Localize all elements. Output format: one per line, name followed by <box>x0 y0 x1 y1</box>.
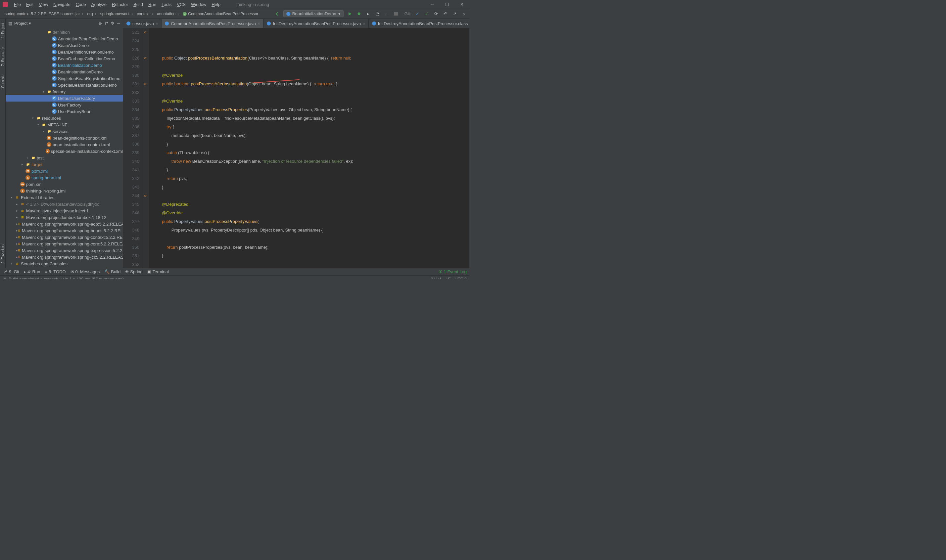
menu-navigate[interactable]: Navigate <box>51 2 73 7</box>
event-log-button[interactable]: ① 1 Event Log <box>439 269 467 274</box>
git-tool-button[interactable]: ⎇ 9: Git <box>3 269 19 274</box>
menu-build[interactable]: Build <box>131 2 146 7</box>
override-icon[interactable]: o↑ <box>144 28 148 37</box>
search-icon[interactable]: ⌕ <box>461 11 467 17</box>
menu-edit[interactable]: Edit <box>23 2 36 7</box>
project-tool-tab[interactable]: 1: Project <box>0 22 5 39</box>
gutter-marks[interactable]: o↑o↑o↑o↑ <box>143 28 149 268</box>
spring-tool-button[interactable]: ❀ Spring <box>125 269 143 274</box>
menu-refactor[interactable]: Refactor <box>109 2 131 7</box>
override-icon[interactable]: o↑ <box>144 54 148 63</box>
tree-node[interactable]: ▾📁resources <box>6 115 123 122</box>
maximize-button[interactable]: ☐ <box>439 0 455 9</box>
gear-icon[interactable]: ✲ <box>111 21 114 26</box>
favorites-tool-tab[interactable]: 2: Favorites <box>0 243 5 265</box>
editor-tab[interactable]: cessor.java× <box>123 19 162 28</box>
close-button[interactable]: ✕ <box>455 0 469 9</box>
tree-node[interactable]: mpom.xml <box>6 168 123 174</box>
project-tree[interactable]: 📁definitionCAnnotationBeanDefinitionDemo… <box>6 28 123 268</box>
tree-node[interactable]: CDefaultUserFactory <box>6 95 123 102</box>
tree-node[interactable]: ▾⊞External Libraries <box>6 194 123 201</box>
attach-button[interactable]: … <box>384 11 390 17</box>
chevron-down-icon[interactable]: ▾ <box>29 21 31 26</box>
todo-tool-button[interactable]: ≡ 6: TODO <box>45 269 66 274</box>
tree-node[interactable]: ▸📁test <box>6 154 123 161</box>
editor-tab[interactable]: InitDestroyAnnotationBeanPostProcessor.c… <box>369 19 469 28</box>
menu-analyze[interactable]: Analyze <box>89 2 109 7</box>
tree-node[interactable]: mpom.xml <box>6 181 123 188</box>
tree-node[interactable]: ▸⊞Maven: org.springframework:spring-aop:… <box>6 221 123 227</box>
editor-tab[interactable]: CommonAnnotationBeanPostProcessor.java× <box>162 19 263 28</box>
tree-node[interactable]: CAnnotationBeanDefinitionDemo <box>6 35 123 42</box>
commit-tool-tab[interactable]: Commit <box>0 74 5 89</box>
tree-node[interactable]: ▾📁factory <box>6 88 123 95</box>
tree-node[interactable]: ▸⊞Scratches and Consoles <box>6 260 123 267</box>
breadcrumb-item[interactable]: spring-context-5.2.2.RELEASE-sources.jar <box>3 12 85 16</box>
tree-node[interactable]: ▸⊞Maven: org.projectlombok:lombok:1.18.1… <box>6 214 123 221</box>
menu-vcs[interactable]: VCS <box>174 2 188 7</box>
project-panel-title[interactable]: Project <box>14 21 28 26</box>
code-editor[interactable]: 3213243253263293303313323333343353363373… <box>123 28 469 268</box>
tree-node[interactable]: xbean-deginitions-context.xml <box>6 135 123 141</box>
tree-node[interactable]: xbean-instantiation-context.xml <box>6 141 123 148</box>
tree-node[interactable]: xspecial-bean-instantiation-context.xml <box>6 148 123 154</box>
override-icon[interactable]: o↑ <box>144 80 148 88</box>
tree-node[interactable]: CBeanGarbageCollectionDemo <box>6 55 123 62</box>
menu-view[interactable]: View <box>36 2 51 7</box>
git-history-icon[interactable]: ⟳ <box>433 11 439 17</box>
tree-node[interactable]: ▸⊞Maven: org.springframework:spring-core… <box>6 240 123 247</box>
tree-node[interactable]: ▸⊞Maven: org.springframework:spring-bean… <box>6 227 123 234</box>
tree-node[interactable]: CUserFactory <box>6 102 123 108</box>
cursor-position[interactable]: 341:1 <box>431 277 442 279</box>
tree-node[interactable]: ▸⊞Maven: javax.inject:javax.inject:1 <box>6 208 123 214</box>
menu-help[interactable]: Help <box>209 2 223 7</box>
messages-tool-button[interactable]: ✉ 0: Messages <box>71 269 100 274</box>
run-tool-button[interactable]: ▸ 4: Run <box>24 269 40 274</box>
tree-node[interactable]: 📁definition <box>6 29 123 35</box>
tree-node[interactable]: CSingletonBeanRegistrationDemo <box>6 75 123 82</box>
tree-node[interactable]: ▸⊞Maven: org.springframework:spring-jcl:… <box>6 254 123 260</box>
coverage-button[interactable]: ▸ <box>365 11 371 17</box>
git-push-icon[interactable]: ↗ <box>451 11 458 17</box>
close-tab-icon[interactable]: × <box>258 22 260 25</box>
structure-tool-tab[interactable]: 7: Structure <box>0 46 5 68</box>
tree-node[interactable]: xthinking-in-spring.iml <box>6 188 123 194</box>
menu-code[interactable]: Code <box>73 2 89 7</box>
editor-tab[interactable]: InitDestroyAnnotationBeanPostProcessor.j… <box>263 19 368 28</box>
override-icon[interactable]: o↑ <box>144 192 148 200</box>
tree-node[interactable]: ▸⊞Maven: org.springframework:spring-cont… <box>6 234 123 240</box>
breadcrumb-item[interactable]: org <box>85 12 98 16</box>
hide-icon[interactable]: ─ <box>117 21 120 26</box>
stop-button[interactable] <box>393 11 399 17</box>
tree-node[interactable]: CBeanDefinitionCreationDemo <box>6 49 123 55</box>
tree-node[interactable]: CBeanInitializationDemo <box>6 62 123 68</box>
menu-tools[interactable]: Tools <box>159 2 174 7</box>
breadcrumb-item[interactable]: context <box>135 12 155 16</box>
tree-node[interactable]: CBeanAliasDemo <box>6 42 123 49</box>
tree-node[interactable]: CUserFactoryBean <box>6 108 123 115</box>
menu-file[interactable]: File <box>11 2 23 7</box>
tree-node[interactable]: ▸📁target <box>6 161 123 168</box>
run-button[interactable] <box>347 11 353 17</box>
line-gutter[interactable]: 3213243253263293303313323333343353363373… <box>123 28 143 268</box>
profile-button[interactable]: ◔ <box>375 11 381 17</box>
minimize-button[interactable]: ─ <box>425 0 439 9</box>
tree-node[interactable]: ▾📁META-INF <box>6 122 123 128</box>
terminal-tool-button[interactable]: ▣ Terminal <box>147 269 169 274</box>
tree-node[interactable]: CBeanInstantiationDemo <box>6 68 123 75</box>
breadcrumb-item[interactable]: annotation <box>155 12 181 16</box>
expand-icon[interactable]: ⇄ <box>105 21 108 26</box>
close-tab-icon[interactable]: × <box>363 22 365 25</box>
file-encoding[interactable]: UTF-8 <box>455 277 467 279</box>
menu-window[interactable]: Window <box>188 2 209 7</box>
line-separator[interactable]: LF <box>445 277 450 279</box>
git-commit-icon[interactable]: ✓ <box>424 11 430 17</box>
breadcrumb-item[interactable]: springframework <box>98 12 135 16</box>
code-text-area[interactable]: public Object postProcessBeforeInstantia… <box>149 28 469 268</box>
locate-icon[interactable]: ⊕ <box>98 21 102 26</box>
back-arrow-icon[interactable] <box>274 11 280 17</box>
breadcrumb-item[interactable]: CCommonAnnotationBeanPostProcessor <box>181 12 260 16</box>
build-tool-button[interactable]: 🔨 Build <box>104 269 120 274</box>
tree-node[interactable]: CSpecialBeanInstantiationDemo <box>6 82 123 88</box>
debug-button[interactable] <box>356 11 362 17</box>
